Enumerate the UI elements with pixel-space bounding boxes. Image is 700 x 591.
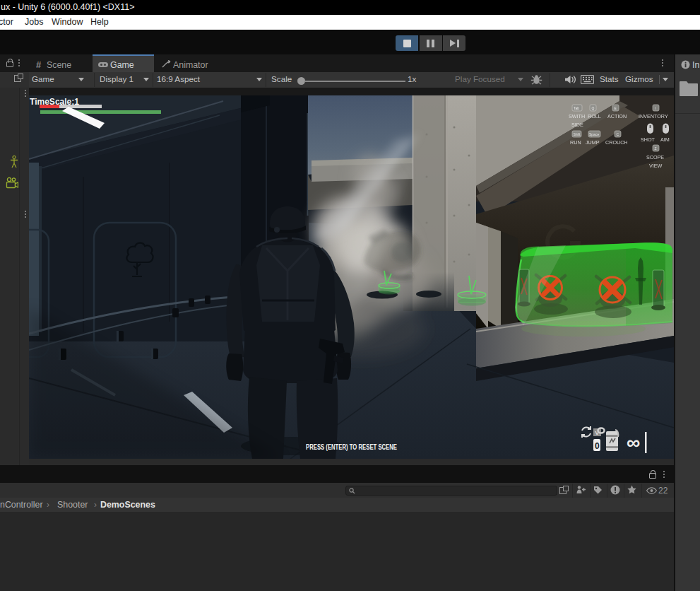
svg-text:RUN: RUN bbox=[570, 139, 581, 146]
svg-text:Space: Space bbox=[589, 132, 599, 136]
svg-text:AIM: AIM bbox=[660, 136, 670, 143]
svg-text:SIDE: SIDE bbox=[571, 122, 583, 128]
svg-text:Tab: Tab bbox=[574, 106, 579, 110]
svg-text:ACTION: ACTION bbox=[607, 113, 627, 119]
svg-text:SCOPE: SCOPE bbox=[646, 154, 664, 160]
svg-text:SHOT: SHOT bbox=[641, 136, 655, 143]
svg-text:ROLL: ROLL bbox=[588, 113, 601, 119]
svg-text:Shift: Shift bbox=[574, 132, 581, 136]
svg-text:PRESS (ENTER) TO RESET SCENE: PRESS (ENTER) TO RESET SCENE bbox=[306, 443, 397, 451]
svg-text:INVENTORY: INVENTORY bbox=[639, 113, 668, 119]
svg-text:Z: Z bbox=[655, 146, 657, 151]
svg-text:C: C bbox=[617, 132, 619, 136]
svg-text:VIEW: VIEW bbox=[649, 163, 663, 169]
svg-text:SWITH: SWITH bbox=[569, 113, 585, 119]
svg-text:0: 0 bbox=[595, 441, 600, 451]
svg-text:Q: Q bbox=[592, 106, 595, 110]
svg-text:JUMP: JUMP bbox=[586, 139, 600, 146]
svg-text:∞: ∞ bbox=[627, 432, 640, 453]
svg-text:CROUCH: CROUCH bbox=[605, 139, 628, 146]
svg-text:I: I bbox=[655, 106, 655, 110]
